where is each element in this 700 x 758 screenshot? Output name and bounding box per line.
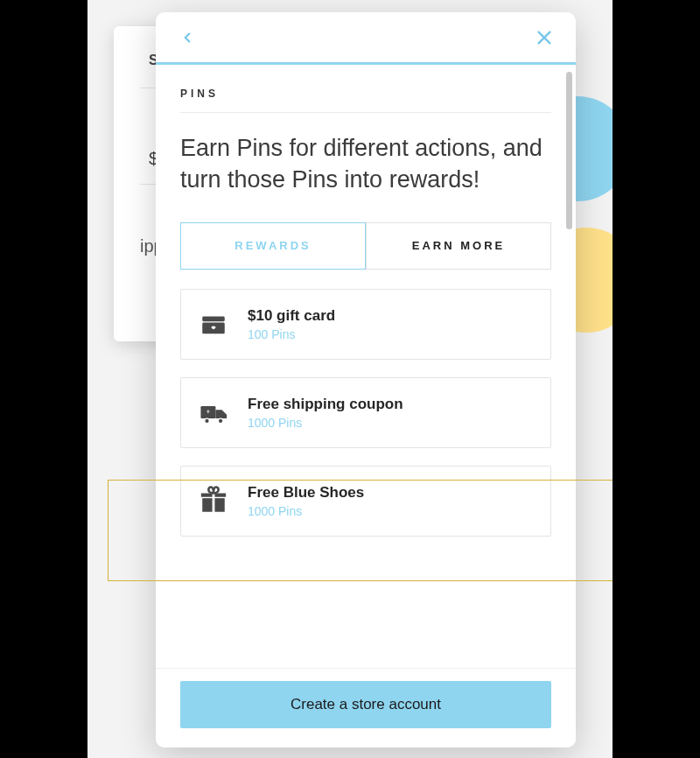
truck-icon [199, 397, 228, 427]
back-button[interactable] [175, 25, 200, 50]
svg-rect-7 [202, 499, 212, 513]
reward-title: Free Blue Shoes [248, 484, 364, 502]
create-account-button[interactable]: Create a store account [180, 681, 551, 728]
svg-point-5 [205, 418, 210, 424]
modal-header [156, 12, 576, 65]
scrollbar-thumb[interactable] [566, 72, 572, 229]
svg-rect-8 [214, 499, 224, 513]
tab-earn-more[interactable]: EARN MORE [366, 222, 551, 270]
close-button[interactable] [532, 25, 556, 50]
headline: Earn Pins for different actions, and tur… [180, 132, 551, 196]
reward-cost: 1000 Pins [248, 504, 364, 518]
chevron-left-icon [179, 27, 195, 48]
reward-item-free-shipping[interactable]: Free shipping coupon 1000 Pins [180, 377, 551, 448]
reward-cost: 1000 Pins [248, 416, 403, 430]
tab-rewards[interactable]: REWARDS [180, 222, 366, 270]
reward-title: $10 gift card [248, 307, 335, 325]
rewards-modal: PINS Earn Pins for different actions, an… [156, 12, 576, 747]
reward-item-free-shoes[interactable]: Free Blue Shoes 1000 Pins [180, 466, 551, 537]
svg-point-6 [218, 418, 223, 424]
modal-footer: Create a store account [156, 668, 576, 747]
gift-card-icon [199, 309, 228, 339]
gift-icon [199, 486, 228, 516]
tabs: REWARDS EARN MORE [180, 222, 551, 270]
reward-cost: 100 Pins [248, 327, 335, 341]
reward-text: $10 gift card 100 Pins [248, 307, 335, 341]
svg-rect-2 [202, 317, 225, 322]
close-icon [535, 28, 554, 47]
modal-body: PINS Earn Pins for different actions, an… [156, 65, 576, 677]
reward-text: Free shipping coupon 1000 Pins [248, 396, 403, 430]
reward-text: Free Blue Shoes 1000 Pins [248, 484, 364, 518]
svg-rect-9 [201, 494, 213, 497]
reward-item-gift-card[interactable]: $10 gift card 100 Pins [180, 289, 551, 360]
reward-title: Free shipping coupon [248, 396, 403, 413]
section-label: PINS [180, 88, 551, 100]
svg-rect-10 [214, 494, 226, 497]
section-divider [180, 112, 551, 113]
